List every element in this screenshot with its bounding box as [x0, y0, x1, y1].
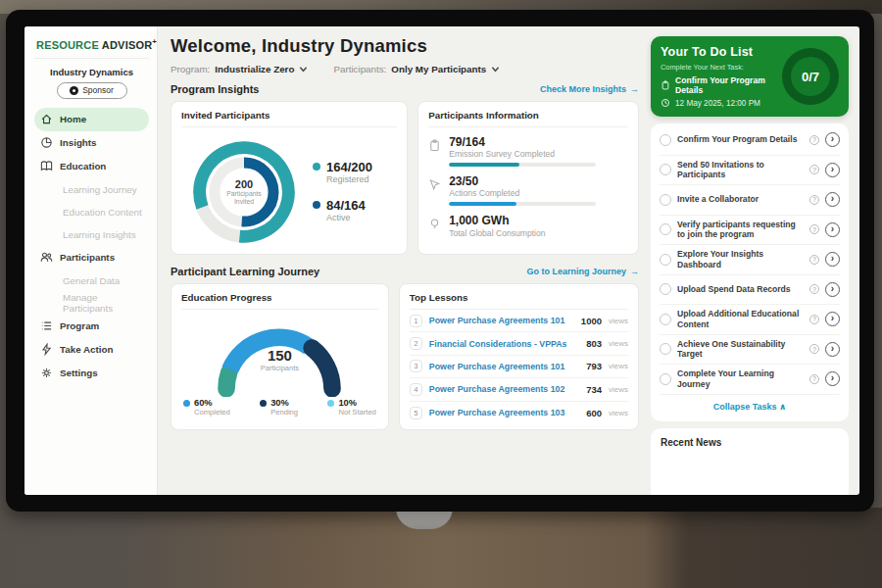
check-more-insights-link[interactable]: Check More Insights → [540, 84, 639, 94]
top-lessons-card: Top Lessons 1 Power Purchase Agreements … [399, 283, 639, 430]
rank-badge: 3 [410, 360, 422, 372]
sidebar-item-learning-insights[interactable]: Learning Insights [34, 223, 149, 246]
task-open-button[interactable]: › [825, 312, 840, 326]
emission-survey-progressbar [449, 163, 596, 167]
invited-participants-title: Invited Participants [181, 110, 397, 127]
legend-registered: 164/200 Registered [313, 160, 372, 184]
question-icon[interactable]: ? [809, 315, 819, 324]
sidebar-item-take-action[interactable]: Take Action [34, 338, 149, 362]
participants-filter[interactable]: Participants: Only My Participants [333, 64, 500, 74]
sidebar-item-general-data[interactable]: General Data [34, 270, 149, 292]
task-row: Achieve One Sustainability Target ? › [660, 335, 840, 366]
task-checkbox[interactable] [660, 283, 671, 295]
cursor-icon [428, 178, 441, 191]
completed-dot-icon [183, 400, 190, 407]
pending-dot-icon [260, 400, 267, 407]
sidebar-item-learning-journey[interactable]: Learning Journey [34, 178, 149, 201]
task-open-button[interactable]: › [825, 132, 840, 147]
education-progress-gauge-chart: 150 Participants [208, 318, 351, 394]
program-icon [40, 319, 53, 332]
main-content: Welcome, Industry Dynamics Program: Indu… [158, 26, 651, 495]
task-checkbox[interactable] [660, 343, 671, 355]
task-checkbox[interactable] [660, 134, 671, 146]
lesson-link[interactable]: Financial Considerations - VPPAs [429, 339, 579, 349]
task-open-button[interactable]: › [825, 371, 840, 386]
rank-badge: 5 [410, 407, 422, 419]
sidebar-item-education-content[interactable]: Education Content [34, 201, 149, 223]
lesson-link[interactable]: Power Purchase Agreements 101 [429, 316, 574, 325]
question-icon[interactable]: ? [809, 255, 819, 265]
program-filter[interactable]: Program: Industrialize Zero [171, 64, 308, 74]
chevron-up-icon: ∧ [779, 402, 786, 412]
task-open-button[interactable]: › [825, 282, 840, 297]
brand-secondary: ADVISOR [102, 39, 153, 51]
sponsor-badge: Sponsor [57, 82, 127, 99]
org-name: Industry Dynamics [34, 67, 149, 77]
lesson-row: 2 Financial Considerations - VPPAs 803 v… [410, 332, 628, 355]
todo-progress-ring: 0/7 [782, 48, 839, 105]
task-row: Confirm Your Program Details ? › [660, 125, 840, 156]
donut-legend: 164/200 Registered 84/164 Active [313, 160, 372, 222]
todo-panel: Your To Do List Complete Your Next Task:… [651, 26, 859, 495]
question-icon[interactable]: ? [809, 224, 819, 234]
task-open-button[interactable]: › [825, 222, 840, 237]
sidebar-item-manage-participants[interactable]: Manage Participants [34, 292, 149, 315]
chevron-down-icon [491, 65, 500, 74]
task-checkbox[interactable] [660, 194, 671, 206]
lesson-row: 4 Power Purchase Agreements 102 734 view… [410, 378, 628, 401]
actions-completed-progressbar [449, 202, 596, 206]
task-open-button[interactable]: › [825, 192, 840, 207]
task-row: Upload Spend Data Records ? › [660, 275, 840, 306]
task-checkbox[interactable] [660, 373, 671, 385]
question-icon[interactable]: ? [809, 374, 819, 384]
clock-icon [661, 98, 670, 108]
task-row: Invite a Collaborator ? › [660, 185, 840, 216]
sidebar-item-education[interactable]: Education [34, 155, 149, 178]
go-to-learning-journey-link[interactable]: Go to Learning Journey → [526, 267, 639, 276]
question-icon[interactable]: ? [809, 195, 819, 205]
sidebar-item-label: Take Action [60, 344, 113, 355]
task-open-button[interactable]: › [825, 342, 840, 357]
screen: RESOURCE ADVISOR+ Industry Dynamics Spon… [24, 26, 859, 495]
task-checkbox[interactable] [660, 254, 671, 266]
task-row: Complete Your Learning Journey ? › [660, 365, 840, 395]
sidebar-item-label: Manage Participants [63, 292, 143, 314]
sidebar-item-program[interactable]: Program [34, 315, 149, 338]
task-checkbox[interactable] [660, 223, 671, 235]
lesson-link[interactable]: Power Purchase Agreements 103 [429, 408, 579, 417]
learning-journey-heading: Participant Learning Journey [171, 266, 319, 277]
question-icon[interactable]: ? [809, 165, 819, 174]
todo-tasks-card: Confirm Your Program Details ? › Send 50… [651, 123, 849, 421]
top-lessons-title: Top Lessons [410, 292, 628, 310]
lesson-row: 5 Power Purchase Agreements 103 600 view… [410, 402, 628, 424]
rank-badge: 4 [410, 383, 422, 396]
sidebar-item-insights[interactable]: Insights [34, 131, 149, 155]
question-icon[interactable]: ? [809, 344, 819, 354]
task-open-button[interactable]: › [825, 163, 840, 177]
todo-due: 12 May 2025, 12:00 PM [661, 98, 782, 108]
actions-completed-stat: 23/50 Actions Completed [428, 175, 628, 206]
todo-progress-value: 0/7 [791, 57, 830, 96]
clipboard-icon [428, 139, 441, 152]
task-checkbox[interactable] [660, 164, 671, 175]
legend-active: 84/164 Active [313, 198, 372, 222]
lesson-link[interactable]: Power Purchase Agreements 101 [429, 362, 579, 371]
participants-icon [40, 251, 53, 264]
sidebar-item-home[interactable]: Home [34, 108, 149, 131]
program-insights-heading: Program Insights [171, 83, 259, 95]
collapse-tasks-link[interactable]: Collapse Tasks ∧ [660, 395, 840, 419]
rank-badge: 1 [410, 315, 422, 327]
question-icon[interactable]: ? [809, 284, 819, 294]
task-open-button[interactable]: › [825, 252, 840, 267]
question-icon[interactable]: ? [809, 135, 819, 145]
legend-not-started: 10% Not Started [327, 398, 375, 416]
home-icon [40, 113, 53, 125]
arrow-right-icon: → [630, 267, 639, 276]
sidebar-item-participants[interactable]: Participants [34, 246, 149, 270]
task-checkbox[interactable] [660, 314, 671, 325]
lesson-link[interactable]: Power Purchase Agreements 102 [429, 384, 579, 394]
take-action-icon [40, 343, 53, 356]
participants-filter-label: Participants: [333, 64, 386, 74]
task-row: Send 50 Invitations to Participants ? › [660, 156, 840, 186]
sidebar-item-settings[interactable]: Settings [34, 362, 149, 385]
